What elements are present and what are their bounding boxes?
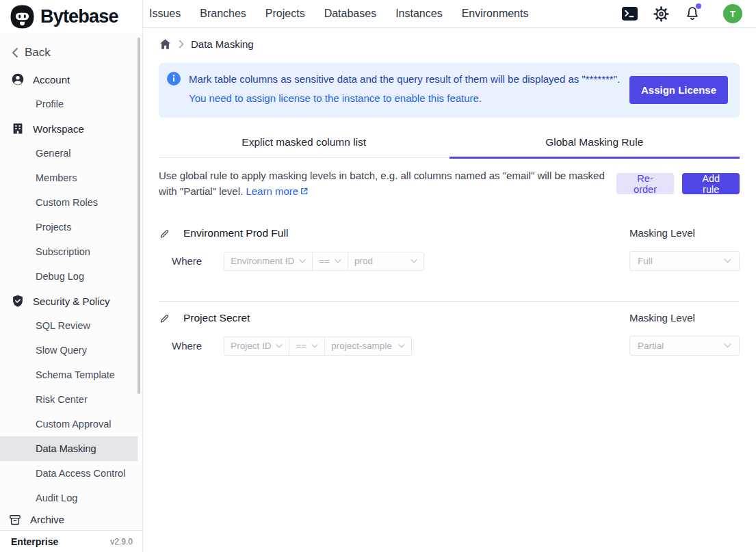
user-icon [11,73,25,86]
sidebar-item-schema-template[interactable]: Schema Template [0,363,142,387]
sidebar-item-debug-log[interactable]: Debug Log [0,264,142,289]
tab-explicit-masked-column-list[interactable]: Explict masked column list [159,128,449,159]
brand-name: Bytebase [40,6,118,27]
nav-item-instances[interactable]: Instances [395,8,442,20]
chevron-down-icon [335,259,341,263]
sidebar-item-custom-roles[interactable]: Custom Roles [0,190,142,215]
gear-icon [653,5,670,23]
page-content: Data Masking Mark table columns as sensi… [143,28,756,552]
assign-license-button[interactable]: Assign License [629,76,728,104]
condition-field-select[interactable]: Environment ID [224,252,313,271]
condition-value-select[interactable]: prod [348,252,424,271]
plan-badge: Enterprise [11,536,58,547]
sidebar-item-slow-query[interactable]: Slow Query [0,338,142,363]
banner-message: Mark table columns as sensitive data and… [189,72,620,86]
condition-value-text: prod [354,256,373,266]
reorder-button[interactable]: Re-order [616,173,675,194]
masking-tabs: Explict masked column list Global Maskin… [159,128,740,158]
where-label: Where [172,255,202,267]
settings-button[interactable] [652,5,670,23]
sidebar-item-data-access-control[interactable]: Data Access Control [0,461,142,486]
condition-value-select[interactable]: project-sample [324,337,412,356]
back-label: Back [25,46,51,60]
sidebar-item-sql-review[interactable]: SQL Review [0,313,142,338]
nav-item-projects[interactable]: Projects [265,8,305,20]
condition-operator-select[interactable]: == [312,252,348,271]
learn-more-link[interactable]: Learn more [246,185,309,197]
brand-logo[interactable]: Bytebase [0,0,142,33]
learn-more-label: Learn more [246,185,298,197]
tab-global-masking-rule[interactable]: Global Masking Rule [449,128,740,159]
settings-sidebar: Bytebase Back Account Profile [0,0,143,552]
condition-operator-value: == [319,256,330,266]
chevron-down-icon [724,343,731,348]
masking-level-label: Masking Level [629,312,695,324]
notification-dot [696,3,701,9]
masking-rule-card: Project Secret Masking Level Where Proje… [159,312,740,356]
nav-item-branches[interactable]: Branches [200,8,246,20]
license-banner: Mark table columns as sensitive data and… [159,63,740,118]
top-navbar: Issues Branches Projects Databases Insta… [143,0,756,28]
chevron-down-icon [398,344,405,348]
masking-level-select[interactable]: Partial [629,336,740,356]
back-button[interactable]: Back [0,41,142,64]
sidebar-item-projects[interactable]: Projects [0,215,142,239]
chevron-right-icon [179,40,184,49]
shield-icon [11,294,25,308]
sidebar-item-subscription[interactable]: Subscription [0,239,142,264]
breadcrumb: Data Masking [159,35,740,53]
masking-level-value: Partial [638,341,664,351]
terminal-icon [621,6,638,21]
section-label: Workspace [33,123,84,135]
sidebar-item-archive[interactable]: Archive [0,509,142,530]
info-icon [167,72,181,86]
condition-operator-select[interactable]: == [289,337,325,356]
avatar[interactable]: T [723,4,742,23]
sidebar-item-data-masking[interactable]: Data Masking [0,436,138,461]
rule-title: Project Secret [183,312,250,324]
sidebar-item-risk-center[interactable]: Risk Center [0,387,142,412]
rule-title: Environment Prod Full [183,227,288,239]
chevron-down-icon [276,344,283,348]
rules-actions: Re-order Add rule [616,173,740,194]
nav-item-issues[interactable]: Issues [149,8,181,20]
sidebar-item-custom-approval[interactable]: Custom Approval [0,412,142,436]
condition-group: Environment ID == prod [224,252,424,271]
masking-level-select[interactable]: Full [629,251,740,271]
external-link-icon [300,187,309,196]
sql-editor-button[interactable] [621,5,638,23]
bytebase-logo-icon [10,4,35,29]
rule-divider [159,301,740,302]
condition-operator-value: == [296,341,307,351]
sidebar-item-profile[interactable]: Profile [0,92,142,116]
add-rule-button[interactable]: Add rule [682,173,740,194]
chevron-down-icon [299,259,306,263]
building-icon [11,122,25,135]
sidebar-nav: Account Profile Workspace General Member… [0,67,142,509]
nav-item-environments[interactable]: Environments [462,8,529,20]
notifications-button[interactable] [683,5,701,23]
section-label: Security & Policy [33,295,110,307]
sidebar-item-audit-log[interactable]: Audit Log [0,486,142,509]
app-window: Bytebase Back Account Profile [0,0,756,552]
rules-description: Use global rule to apply masking levels … [159,168,616,199]
version-label: v2.9.0 [110,537,133,547]
condition-field-value: Environment ID [231,256,294,266]
sidebar-item-members[interactable]: Members [0,166,142,190]
section-account: Account [0,67,142,92]
breadcrumb-current: Data Masking [191,38,254,50]
condition-value-text: project-sample [331,341,392,351]
chevron-left-icon [11,47,18,58]
home-icon[interactable] [159,38,172,51]
sidebar-item-general[interactable]: General [0,141,142,166]
condition-group: Project ID == project-sample [224,337,412,356]
rules-description-text: Use global rule to apply masking levels … [159,170,605,197]
edit-pencil-icon[interactable] [159,313,170,324]
sidebar-scrollbar[interactable] [138,38,140,394]
section-security-policy: Security & Policy [0,289,142,313]
chevron-down-icon [410,259,417,263]
nav-item-databases[interactable]: Databases [324,8,377,20]
condition-field-select[interactable]: Project ID [224,337,289,356]
masking-rule-card: Environment Prod Full Masking Level Wher… [159,227,740,271]
edit-pencil-icon[interactable] [159,228,170,239]
